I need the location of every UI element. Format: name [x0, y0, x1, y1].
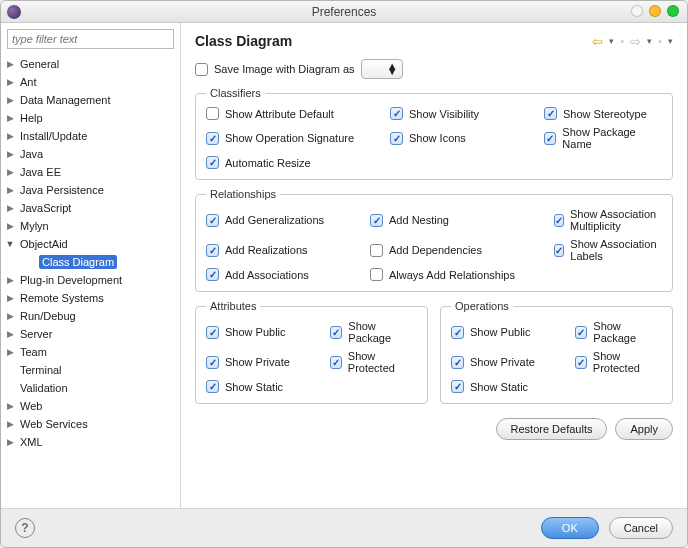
tree-item[interactable]: ▶Data Management: [3, 91, 178, 109]
disclosure-closed-icon[interactable]: ▶: [3, 77, 17, 87]
checkbox[interactable]: [206, 380, 219, 393]
checkbox[interactable]: [575, 356, 587, 369]
tree-item[interactable]: ▶JavaScript: [3, 199, 178, 217]
restore-defaults-button[interactable]: Restore Defaults: [496, 418, 608, 440]
checkbox[interactable]: [206, 132, 219, 145]
disclosure-closed-icon[interactable]: ▶: [3, 401, 17, 411]
checkbox-label: Show Package Name: [562, 126, 662, 150]
tree-item[interactable]: ▶XML: [3, 433, 178, 451]
checkbox[interactable]: [206, 268, 219, 281]
disclosure-closed-icon[interactable]: ▶: [3, 59, 17, 69]
tree-item[interactable]: ▶Run/Debug: [3, 307, 178, 325]
filter-input[interactable]: [7, 29, 174, 49]
checkbox[interactable]: [544, 132, 556, 145]
cancel-button[interactable]: Cancel: [609, 517, 673, 539]
checkbox[interactable]: [206, 156, 219, 169]
checkbox[interactable]: [451, 326, 464, 339]
help-icon[interactable]: ?: [15, 518, 35, 538]
tree-item[interactable]: ▶Java: [3, 145, 178, 163]
checkbox[interactable]: [206, 214, 219, 227]
tree-item[interactable]: ▶Ant: [3, 73, 178, 91]
disclosure-closed-icon[interactable]: ▶: [3, 275, 17, 285]
minimize-icon[interactable]: [631, 5, 643, 17]
checkbox[interactable]: [390, 132, 403, 145]
tree-item-label: Java: [17, 147, 46, 161]
checkbox[interactable]: [330, 326, 342, 339]
tree-item[interactable]: ▶Plug-in Development: [3, 271, 178, 289]
tree-item[interactable]: ▶Team: [3, 343, 178, 361]
tree-item[interactable]: ▶Java EE: [3, 163, 178, 181]
close-icon[interactable]: [667, 5, 679, 17]
tree-item-label: Mylyn: [17, 219, 52, 233]
disclosure-closed-icon[interactable]: ▶: [3, 167, 17, 177]
disclosure-closed-icon[interactable]: ▶: [3, 419, 17, 429]
tree-item[interactable]: Class Diagram: [3, 253, 178, 271]
checkbox[interactable]: [206, 326, 219, 339]
checkbox-row: Show Association Multiplicity: [554, 208, 662, 232]
checkbox[interactable]: [206, 244, 219, 257]
checkbox-label: Show Public: [225, 326, 286, 338]
disclosure-closed-icon[interactable]: ▶: [3, 293, 17, 303]
page-header: Class Diagram ⇦ ▾ • ⇨ ▾ • ▾: [181, 23, 687, 55]
checkbox[interactable]: [390, 107, 403, 120]
checkbox[interactable]: [206, 107, 219, 120]
disclosure-closed-icon[interactable]: ▶: [3, 113, 17, 123]
tree-item[interactable]: ▶General: [3, 55, 178, 73]
checkbox[interactable]: [370, 214, 383, 227]
disclosure-closed-icon[interactable]: ▶: [3, 131, 17, 141]
tree-item[interactable]: ▼ObjectAid: [3, 235, 178, 253]
save-image-format-select[interactable]: ▲▼: [361, 59, 403, 79]
disclosure-closed-icon[interactable]: ▶: [3, 95, 17, 105]
disclosure-closed-icon[interactable]: ▶: [3, 329, 17, 339]
checkbox[interactable]: [544, 107, 557, 120]
checkbox-row: Show Package: [330, 320, 417, 344]
disclosure-closed-icon[interactable]: ▶: [3, 185, 17, 195]
checkbox-label: Show Icons: [409, 132, 466, 144]
tree-item[interactable]: ▶Install/Update: [3, 127, 178, 145]
back-icon[interactable]: ⇦: [592, 34, 603, 49]
tree-item[interactable]: ▶Web: [3, 397, 178, 415]
tree-item[interactable]: ▶Remote Systems: [3, 289, 178, 307]
apply-button[interactable]: Apply: [615, 418, 673, 440]
checkbox[interactable]: [575, 326, 587, 339]
save-image-checkbox[interactable]: [195, 63, 208, 76]
operations-legend: Operations: [451, 300, 513, 312]
tree-item[interactable]: ▶Mylyn: [3, 217, 178, 235]
checkbox-label: Show Visibility: [409, 108, 479, 120]
checkbox[interactable]: [206, 356, 219, 369]
ok-button[interactable]: OK: [541, 517, 599, 539]
disclosure-closed-icon[interactable]: ▶: [3, 311, 17, 321]
classifiers-legend: Classifiers: [206, 87, 265, 99]
checkbox[interactable]: [370, 268, 383, 281]
forward-menu-icon[interactable]: ▾: [647, 36, 652, 46]
window-controls: [631, 5, 679, 17]
disclosure-closed-icon[interactable]: ▶: [3, 221, 17, 231]
disclosure-closed-icon[interactable]: ▶: [3, 437, 17, 447]
tree-item[interactable]: ▶Server: [3, 325, 178, 343]
checkbox[interactable]: [330, 356, 342, 369]
menu-icon[interactable]: ▾: [668, 36, 673, 46]
disclosure-closed-icon[interactable]: ▶: [3, 347, 17, 357]
checkbox-row: Show Public: [451, 320, 561, 344]
checkbox[interactable]: [370, 244, 383, 257]
back-menu-icon[interactable]: ▾: [609, 36, 614, 46]
tree-item[interactable]: Terminal: [3, 361, 178, 379]
maximize-icon[interactable]: [649, 5, 661, 17]
checkbox[interactable]: [554, 244, 564, 257]
checkbox[interactable]: [451, 380, 464, 393]
disclosure-closed-icon[interactable]: ▶: [3, 149, 17, 159]
disclosure-open-icon[interactable]: ▼: [3, 239, 17, 249]
tree-item[interactable]: ▶Help: [3, 109, 178, 127]
tree-item[interactable]: ▶Java Persistence: [3, 181, 178, 199]
checkbox[interactable]: [554, 214, 564, 227]
checkbox[interactable]: [451, 356, 464, 369]
tree-item[interactable]: Validation: [3, 379, 178, 397]
disclosure-closed-icon[interactable]: ▶: [3, 203, 17, 213]
tree-item-label: Plug-in Development: [17, 273, 125, 287]
page-buttons: Restore Defaults Apply: [181, 412, 687, 446]
checkbox-label: Add Dependencies: [389, 244, 482, 256]
tree-item[interactable]: ▶Web Services: [3, 415, 178, 433]
classifiers-group: Classifiers Show Attribute DefaultShow V…: [195, 87, 673, 180]
tree[interactable]: ▶General▶Ant▶Data Management▶Help▶Instal…: [1, 55, 180, 508]
tree-item-label: Java EE: [17, 165, 64, 179]
